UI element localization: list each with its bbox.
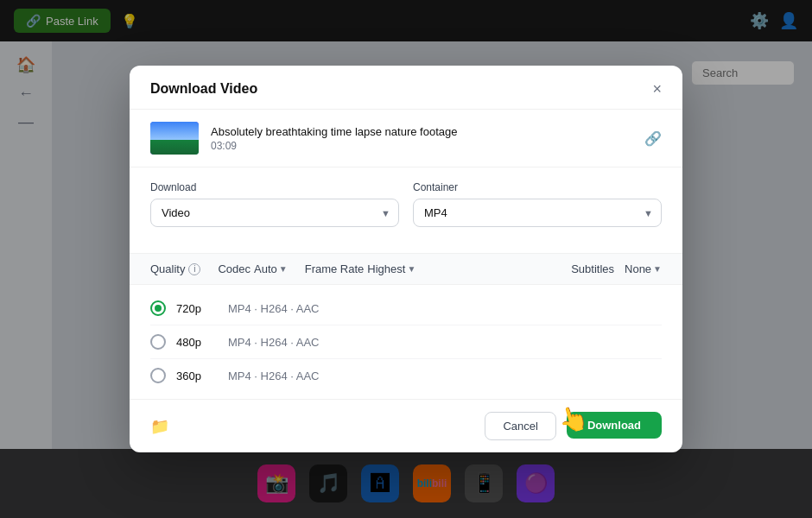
radio-360p — [150, 368, 166, 383]
download-btn-wrapper: Download 👆 — [567, 412, 662, 440]
footer-right: Cancel Download 👆 — [485, 412, 662, 440]
video-link-icon[interactable]: 🔗 — [644, 130, 662, 147]
framerate-label: Frame Rate — [305, 262, 365, 275]
framerate-chevron-icon: ▼ — [407, 264, 416, 274]
codec-value: Auto — [254, 262, 277, 275]
video-title: Absolutely breathtaking time lapse natur… — [211, 125, 632, 138]
close-button[interactable]: × — [652, 81, 662, 97]
video-thumbnail — [150, 122, 199, 155]
video-info-row: Absolutely breathtaking time lapse natur… — [130, 110, 682, 167]
quality-option: Quality i — [150, 262, 200, 275]
footer-left: 📁 — [150, 417, 169, 436]
container-form-group: Container MP4 MKV MOV ▼ — [413, 181, 662, 227]
codec-chevron-icon: ▼ — [279, 264, 288, 274]
video-duration: 03:09 — [211, 140, 632, 152]
form-row: Download Video Audio ▼ Container — [150, 181, 662, 227]
quality-details-360p: MP4 · H264 · AAC — [228, 370, 320, 382]
radio-720p — [150, 300, 166, 316]
download-label: Download — [150, 181, 399, 193]
quality-label-720p: 720p — [176, 302, 228, 315]
download-button[interactable]: Download — [567, 412, 662, 439]
download-video-modal: Download Video × Absolutely breathtaking… — [130, 66, 682, 452]
quality-item-480p[interactable]: 480p MP4 · H264 · AAC — [150, 325, 662, 359]
codec-label: Codec — [218, 262, 251, 275]
subtitles-chevron-icon: ▼ — [653, 264, 662, 274]
cancel-button[interactable]: Cancel — [485, 412, 555, 440]
modal-footer: 📁 Cancel Download 👆 — [130, 399, 682, 452]
radio-480p — [150, 334, 166, 350]
subtitles-option: Subtitles None ▼ — [571, 262, 662, 275]
framerate-value: Highest — [367, 262, 405, 275]
download-select-wrapper: Video Audio ▼ — [150, 199, 399, 227]
quality-info-icon[interactable]: i — [188, 263, 200, 275]
quality-list: 720p MP4 · H264 · AAC 480p MP4 · H264 · … — [130, 285, 682, 399]
modal-overlay: Download Video × Absolutely breathtaking… — [0, 0, 812, 518]
container-select-wrapper: MP4 MKV MOV ▼ — [413, 199, 662, 227]
radio-inner-720p — [155, 305, 162, 312]
quality-label-360p: 360p — [176, 370, 228, 382]
options-row: Quality i Codec Auto ▼ Frame Rate Highes… — [130, 253, 682, 285]
container-select[interactable]: MP4 MKV MOV — [413, 199, 662, 227]
subtitles-value: None — [625, 262, 651, 275]
subtitles-label: Subtitles — [571, 262, 614, 275]
form-section: Download Video Audio ▼ Container — [130, 167, 682, 253]
quality-details-720p: MP4 · H264 · AAC — [228, 302, 320, 315]
modal-header: Download Video × — [130, 66, 682, 110]
container-label: Container — [413, 181, 662, 193]
codec-dropdown[interactable]: Auto ▼ — [254, 262, 288, 275]
subtitles-dropdown[interactable]: None ▼ — [625, 262, 662, 275]
download-form-group: Download Video Audio ▼ — [150, 181, 399, 227]
app-background: 🔗 Paste Link 💡 ⚙️ 👤 🏠 ← — 📸 🎵 🅰 bilibili… — [0, 0, 812, 518]
download-select[interactable]: Video Audio — [150, 199, 399, 227]
quality-details-480p: MP4 · H264 · AAC — [228, 336, 320, 349]
quality-item-720p[interactable]: 720p MP4 · H264 · AAC — [150, 292, 662, 325]
framerate-dropdown[interactable]: Highest ▼ — [367, 262, 416, 275]
quality-item-360p[interactable]: 360p MP4 · H264 · AAC — [150, 359, 662, 392]
framerate-option: Frame Rate Highest ▼ — [305, 262, 416, 275]
codec-option: Codec Auto ▼ — [218, 262, 287, 275]
modal-title: Download Video — [150, 81, 257, 97]
folder-button[interactable]: 📁 — [150, 417, 169, 436]
quality-label-480p: 480p — [176, 336, 228, 349]
video-meta: Absolutely breathtaking time lapse natur… — [211, 125, 632, 152]
quality-label: Quality — [150, 262, 185, 275]
